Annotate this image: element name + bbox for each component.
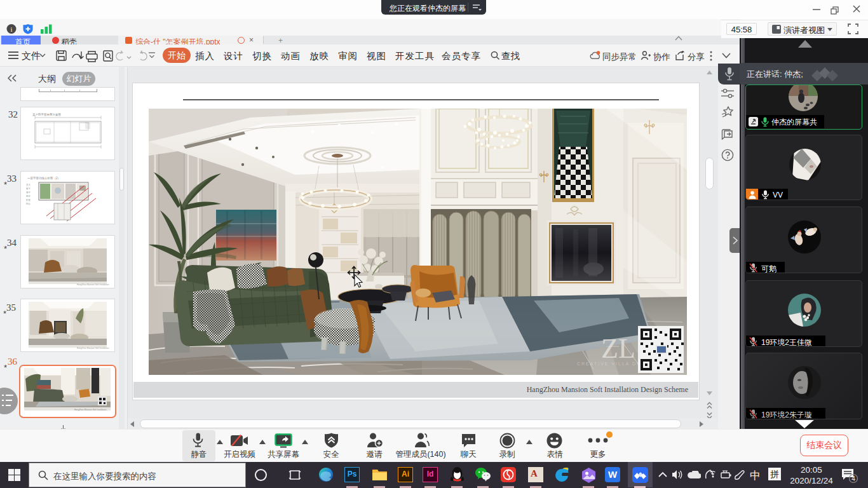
- svg-text:某户型平面布置方案图: 某户型平面布置方案图: [32, 112, 61, 116]
- svg-text:厨房: 厨房: [26, 195, 31, 198]
- svg-text:HangZhou Mansion Soft Installa: HangZhou Mansion Soft Installation: [77, 347, 109, 349]
- svg-text:卧室: 卧室: [26, 198, 31, 201]
- svg-text:ZL: ZL: [601, 333, 635, 364]
- svg-text:HangZhou Mansion Soft Installa: HangZhou Mansion Soft Installation: [77, 283, 109, 286]
- svg-text:客厅: 客厅: [26, 187, 31, 190]
- svg-text:玄关: 玄关: [26, 183, 31, 186]
- svg-text:一层平面动线分析图（2）: 一层平面动线分析图（2）: [27, 177, 60, 180]
- svg-text:餐厅: 餐厅: [26, 191, 31, 194]
- svg-text:阳台: 阳台: [26, 203, 31, 205]
- svg-text:HangZhou Mansion Soft Installa: HangZhou Mansion Soft Installation: [74, 409, 107, 411]
- svg-text:4: 4: [851, 475, 855, 482]
- svg-text:i: i: [10, 25, 12, 33]
